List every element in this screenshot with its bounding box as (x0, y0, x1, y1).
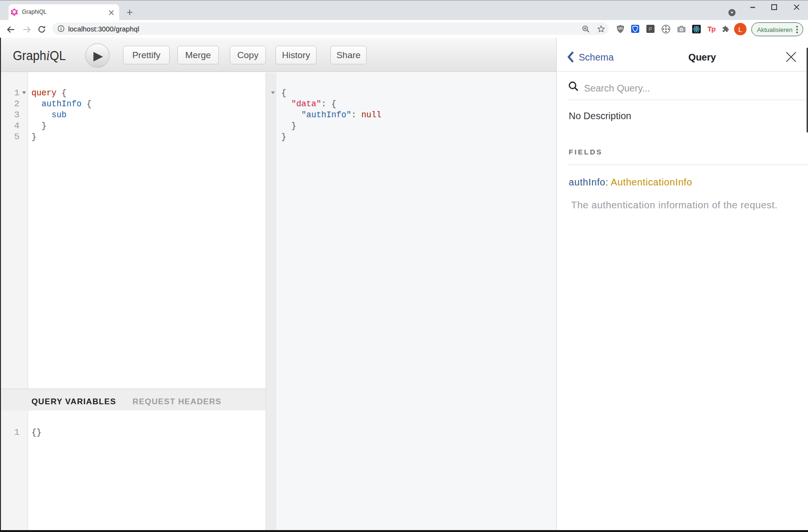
svg-text:L: L (738, 25, 742, 33)
svg-text:UO: UO (618, 27, 623, 30)
svg-text:P: P (649, 26, 652, 32)
